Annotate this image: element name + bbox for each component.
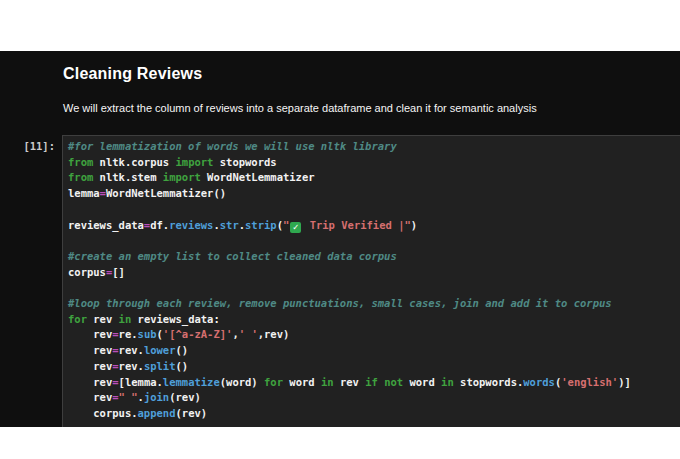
code-token: str [220,219,239,231]
code-token: [lemma. [119,376,163,388]
code-token: #loop through each review, remove punctu… [68,297,612,309]
code-token: for [68,313,87,325]
notebook-dark-canvas: Cleaning Reviews We will extract the col… [0,51,680,427]
code-token: )] [618,376,631,388]
code-token: in [119,313,132,325]
code-token: append [138,407,176,419]
code-line: #create an empty list to collect cleaned… [68,249,680,265]
code-token: Trip Verified |" [303,219,410,231]
code-token: from [68,156,93,168]
code-token: rev [68,376,112,388]
code-token: word [283,376,321,388]
code-line: rev=rev.lower() [68,343,680,359]
code-line [68,202,680,218]
code-token: (word) [220,376,264,388]
code-line: reviews_data=df.reviews.str.strip("✓ Tri… [68,218,680,234]
code-line: from nltk.corpus import stopwords [68,155,680,171]
notebook-page: { "markdown": { "title": "Cleaning Revie… [0,0,680,459]
code-token: stopwords [213,156,276,168]
code-token: ) [411,219,417,231]
code-token: corpus. [68,407,138,419]
code-token: reviews [169,219,213,231]
code-token: rev [68,391,112,403]
code-line: from nltk.stem import WordNetLemmatizer [68,170,680,186]
code-token: split [144,360,176,372]
code-line: rev=re.sub('[^a-zA-Z]',' ',rev) [68,327,680,343]
code-token: reviews_data [68,219,144,231]
code-token: rev [68,360,112,372]
code-token: if [365,376,378,388]
code-line: rev=rev.split() [68,359,680,375]
code-token: lemmatize [163,376,220,388]
code-token: rev [68,328,112,340]
code-token: in [441,376,454,388]
code-line: #for lemmatization of words we will use … [68,139,680,155]
code-token: not [384,376,403,388]
code-token: join [144,391,169,403]
code-token: word [403,376,441,388]
code-cell: [11]: #for lemmatization of words we wil… [0,135,680,427]
check-emoji-icon: ✓ [290,222,301,233]
code-token: reviews_data: [131,313,220,325]
code-token: lower [144,344,176,356]
code-line [68,280,680,296]
code-line [68,233,680,249]
code-token: () [176,344,189,356]
code-token: import [163,171,201,183]
code-token: (rev) [175,407,207,419]
code-token: rev [68,344,112,356]
markdown-cell-subtitle: We will extract the column of reviews in… [63,102,537,114]
code-token: in [321,376,334,388]
code-line: #loop through each review, remove punctu… [68,296,680,312]
code-token: nltk.corpus [93,156,175,168]
code-cell-editor[interactable]: #for lemmatization of words we will use … [62,135,680,427]
code-token: " " [119,391,138,403]
code-token: #create an empty list to collect cleaned… [68,250,397,262]
code-line: corpus.append(rev) [68,406,680,422]
code-token: for [264,376,283,388]
code-token: rev [87,313,119,325]
markdown-cell-title: Cleaning Reviews [63,65,202,83]
code-token: #for lemmatization of words we will use … [68,140,397,152]
code-line: rev=" ".join(rev) [68,390,680,406]
code-token: '[^a-zA-Z]' [163,328,233,340]
code-token: [] [112,266,125,278]
code-token: (rev) [169,391,201,403]
code-token: ' ' [239,328,258,340]
code-token: nltk.stem [93,171,163,183]
code-token: WordNetLemmatizer [201,171,315,183]
code-token: rev. [119,360,144,372]
code-line: for rev in reviews_data: [68,312,680,328]
execution-count-prompt: [11]: [0,135,62,427]
code-token: from [68,171,93,183]
code-line: corpus=[] [68,265,680,281]
code-token: " [283,219,289,231]
code-token: () [176,360,189,372]
code-token: ,rev) [258,328,290,340]
code-token: import [175,156,213,168]
code-token: stopwords. [454,376,524,388]
code-line: lemma=WordNetLemmatizer() [68,186,680,202]
code-token: WordNetLemmatizer() [106,187,226,199]
code-token: 'english' [561,376,618,388]
code-line: rev=[lemma.lemmatize(word) for word in r… [68,375,680,391]
code-token: rev [334,376,366,388]
code-token: sub [138,328,157,340]
code-token: corpus [68,266,106,278]
code-token: lemma [68,187,100,199]
code-token: rev. [119,344,144,356]
code-token: words [523,376,555,388]
code-token: strip [245,219,277,231]
code-token: df. [150,219,169,231]
code-token: re. [119,328,138,340]
